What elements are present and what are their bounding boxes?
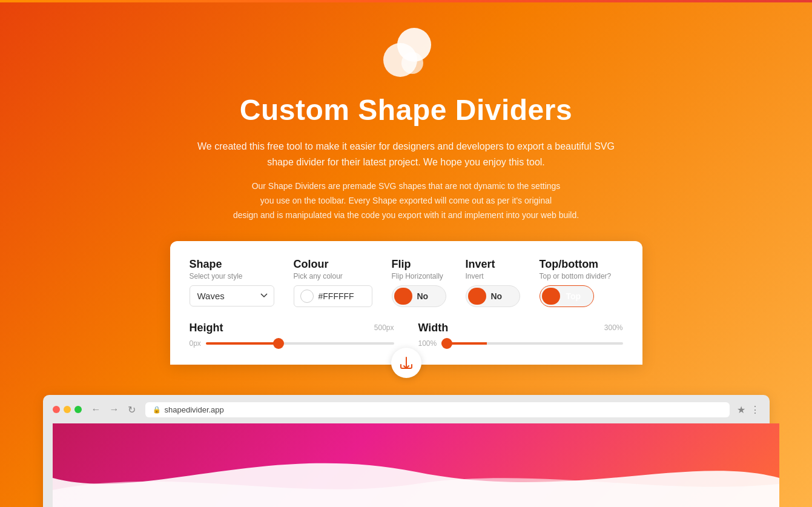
width-min: 100%	[418, 339, 437, 348]
shape-sublabel: Select your style	[190, 272, 274, 280]
toolbar-row-top: Shape Select your style Waves Tilt Arrow…	[190, 258, 623, 307]
browser-back-button[interactable]: ←	[89, 403, 104, 416]
colour-group: Colour Pick any colour #FFFFFF	[294, 258, 372, 307]
topbottom-group: Top/bottom Top or bottom divider? Top	[540, 258, 612, 307]
flip-group: Flip Flip Horizontally No	[392, 258, 446, 307]
height-min: 0px	[190, 339, 201, 348]
invert-toggle-thumb	[468, 288, 486, 305]
topbottom-label: Top/bottom	[540, 258, 612, 271]
invert-group: Invert Invert No	[466, 258, 520, 307]
width-slider-header: Width 300%	[418, 322, 623, 334]
lock-icon: 🔒	[153, 406, 161, 414]
hero-title: Custom Shape Dividers	[240, 93, 572, 127]
browser-forward-button[interactable]: →	[107, 403, 122, 416]
colour-label: Colour	[294, 258, 372, 271]
hero-description: We created this free tool to make it eas…	[188, 139, 624, 170]
flip-toggle-label: No	[412, 291, 434, 301]
download-button[interactable]	[391, 348, 421, 378]
shape-label: Shape	[190, 258, 274, 271]
width-label: Width	[418, 322, 449, 334]
browser-dot-green[interactable]	[74, 406, 82, 413]
download-icon	[399, 356, 414, 370]
topbottom-toggle[interactable]: Top	[540, 285, 594, 307]
flip-label: Flip	[392, 258, 446, 271]
width-max: 300%	[604, 323, 623, 332]
sliders-row: Height 500px 0px Width 300% 100%	[190, 322, 623, 348]
browser-dot-yellow[interactable]	[64, 406, 71, 413]
hero-description2: Our Shape Dividers are premade SVG shape…	[233, 179, 579, 222]
height-slider-group: Height 500px 0px	[190, 322, 394, 348]
topbottom-toggle-label: Top	[560, 291, 587, 301]
svg-point-2	[401, 52, 423, 74]
height-slider-header: Height 500px	[190, 322, 394, 334]
browser-dots	[53, 406, 82, 413]
browser-nav: ← → ↻	[89, 403, 138, 417]
width-slider-row: 100%	[418, 339, 623, 348]
browser-url-bar[interactable]: 🔒 shapedivider.app	[145, 402, 730, 417]
shape-group: Shape Select your style Waves Tilt Arrow…	[190, 258, 274, 307]
flip-toggle-thumb	[394, 288, 412, 305]
browser-url-text: shapedivider.app	[165, 405, 224, 414]
topbottom-sublabel: Top or bottom divider?	[540, 272, 612, 280]
colour-sublabel: Pick any colour	[294, 272, 372, 280]
height-label: Height	[190, 322, 223, 334]
height-slider[interactable]	[206, 342, 394, 345]
invert-sublabel: Invert	[466, 272, 520, 280]
flip-toggle[interactable]: No	[392, 285, 446, 307]
flip-sublabel: Flip Horizontally	[392, 272, 446, 280]
app-logo	[379, 27, 434, 81]
colour-input-wrap[interactable]: #FFFFFF	[294, 285, 372, 307]
browser-chrome: ← → ↻ 🔒 shapedivider.app ★ ⋮	[43, 395, 770, 507]
colour-swatch	[300, 290, 314, 303]
wave-svg	[53, 442, 779, 507]
browser-actions: ★ ⋮	[737, 404, 760, 416]
more-icon[interactable]: ⋮	[750, 404, 760, 416]
hero-section: Custom Shape Dividers We created this fr…	[0, 2, 812, 507]
invert-label: Invert	[466, 258, 520, 271]
bookmark-icon[interactable]: ★	[737, 404, 745, 416]
wave-preview	[53, 423, 779, 507]
height-slider-row: 0px	[190, 339, 394, 348]
toolbar-card: Shape Select your style Waves Tilt Arrow…	[170, 241, 642, 365]
invert-toggle-label: No	[486, 291, 507, 301]
width-slider-group: Width 300% 100%	[418, 322, 623, 348]
browser-dot-red[interactable]	[53, 406, 60, 413]
width-slider[interactable]	[441, 342, 622, 345]
invert-toggle[interactable]: No	[466, 285, 520, 307]
height-max: 500px	[374, 323, 394, 332]
browser-bar: ← → ↻ 🔒 shapedivider.app ★ ⋮	[53, 402, 760, 417]
browser-refresh-button[interactable]: ↻	[125, 403, 138, 417]
shape-select[interactable]: Waves Tilt Arrow Split Book	[190, 285, 274, 307]
colour-value: #FFFFFF	[319, 291, 354, 301]
topbottom-toggle-thumb	[542, 288, 560, 305]
